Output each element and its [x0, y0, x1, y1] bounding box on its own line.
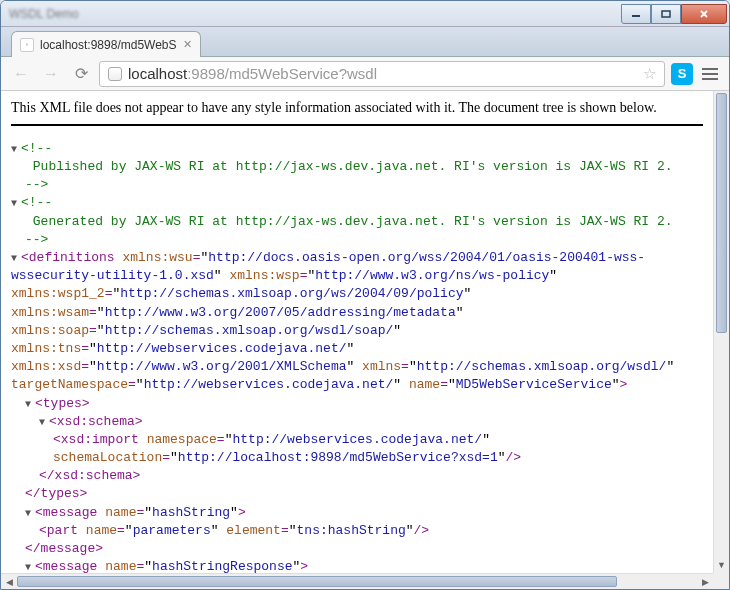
collapse-toggle-icon[interactable]: ▼	[25, 507, 35, 521]
minimize-button[interactable]	[621, 4, 651, 24]
collapse-toggle-icon[interactable]: ▼	[11, 143, 21, 157]
tab-close-icon[interactable]: ✕	[183, 38, 192, 51]
close-button[interactable]	[681, 4, 727, 24]
browser-menu-icon[interactable]	[699, 63, 721, 85]
collapse-toggle-icon[interactable]: ▼	[25, 398, 35, 412]
reload-button[interactable]: ⟳	[69, 62, 93, 86]
scroll-right-icon[interactable]: ▶	[697, 574, 713, 589]
page-viewport: This XML file does not appear to have an…	[1, 91, 713, 573]
page-content: This XML file does not appear to have an…	[1, 91, 729, 589]
browser-window: WSDL Demo ◦ localhost:9898/md5WebS ✕ ← →…	[0, 0, 730, 590]
browser-toolbar: ← → ⟳ localhost:9898/md5WebService?wsdl …	[1, 57, 729, 91]
window-controls	[621, 4, 727, 24]
collapse-toggle-icon[interactable]: ▼	[11, 197, 21, 211]
tab-title: localhost:9898/md5WebS	[40, 38, 177, 52]
page-favicon-icon: ◦	[20, 38, 34, 52]
scroll-left-icon[interactable]: ◀	[1, 574, 17, 589]
address-bar[interactable]: localhost:9898/md5WebService?wsdl ☆	[99, 61, 665, 87]
skype-extension-icon[interactable]: S	[671, 63, 693, 85]
forward-button[interactable]: →	[39, 62, 63, 86]
window-titlebar: WSDL Demo	[1, 1, 729, 27]
url-text: localhost:9898/md5WebService?wsdl	[128, 65, 637, 82]
window-title: WSDL Demo	[1, 7, 79, 21]
horizontal-scroll-thumb[interactable]	[17, 576, 617, 587]
site-identity-icon	[108, 67, 122, 81]
back-button[interactable]: ←	[9, 62, 33, 86]
svg-rect-1	[662, 11, 670, 17]
horizontal-scrollbar[interactable]: ◀ ▶	[1, 573, 713, 589]
bookmark-star-icon[interactable]: ☆	[643, 65, 656, 83]
xml-notice: This XML file does not appear to have an…	[11, 99, 703, 126]
vertical-scrollbar[interactable]: ▼	[713, 91, 729, 573]
collapse-toggle-icon[interactable]: ▼	[39, 416, 49, 430]
scroll-down-icon[interactable]: ▼	[714, 557, 729, 573]
browser-tab[interactable]: ◦ localhost:9898/md5WebS ✕	[11, 31, 201, 57]
tab-strip: ◦ localhost:9898/md5WebS ✕	[1, 27, 729, 57]
scroll-corner	[713, 573, 729, 589]
collapse-toggle-icon[interactable]: ▼	[11, 252, 21, 266]
xml-tree: ▼<!-- Published by JAX-WS RI at http://j…	[11, 140, 703, 573]
maximize-button[interactable]	[651, 4, 681, 24]
vertical-scroll-thumb[interactable]	[716, 93, 727, 333]
collapse-toggle-icon[interactable]: ▼	[25, 561, 35, 573]
